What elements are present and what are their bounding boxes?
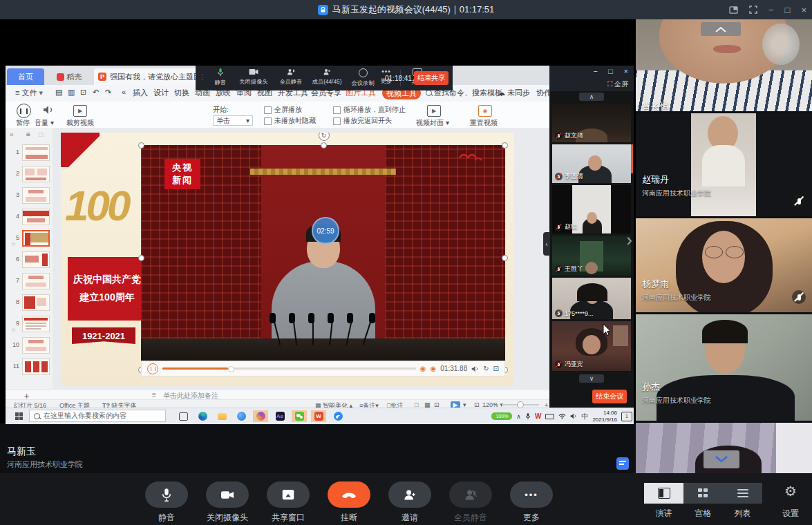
slide-thumb-3[interactable]: 3 — [6, 186, 53, 207]
ime-indicator[interactable]: 中 — [581, 412, 588, 421]
tray-battery-icon[interactable] — [545, 414, 554, 419]
strip-participant-tile[interactable]: 赵文琦 — [552, 104, 631, 142]
overlay-camera-button[interactable]: 关闭摄像头 — [236, 68, 272, 86]
outline-view-icon[interactable]: ≡ — [26, 131, 30, 138]
opt-loop-checkbox[interactable]: 循环播放，直到停止 — [333, 105, 406, 115]
trim-video-button[interactable]: 裁剪视频 — [59, 118, 101, 128]
strip-expand-button[interactable]: ∨ — [579, 374, 604, 383]
save-icon[interactable]: ▤ — [55, 88, 62, 97]
tray-wifi-icon[interactable] — [558, 413, 566, 419]
share-minimize-icon[interactable]: − — [594, 67, 598, 75]
slide-view-icon[interactable]: □ — [39, 131, 43, 138]
opt-hide-checkbox[interactable]: 未播放时隐藏 — [264, 116, 316, 126]
overlay-mute-all-button[interactable]: 全员静音 — [273, 68, 309, 86]
resize-handle[interactable] — [502, 255, 508, 261]
end-share-button[interactable]: 结束共享 — [414, 71, 449, 85]
dingtalk-taskbar-icon[interactable] — [330, 410, 346, 422]
tray-w-icon[interactable]: W — [535, 412, 541, 420]
share-window-button[interactable]: 共享窗口 — [258, 481, 319, 524]
collapse-tabs-icon[interactable]: « — [122, 88, 126, 96]
notification-center-icon[interactable]: 1 — [621, 412, 632, 421]
player-progress-bar[interactable] — [162, 368, 416, 370]
ribbon-tab-design[interactable]: 设计 — [153, 88, 169, 98]
minimize-button[interactable]: − — [768, 5, 774, 15]
taskbar-search-input[interactable]: 在这里输入你要搜索的内容 — [29, 410, 166, 422]
sidebar-video-tile[interactable]: 杨梦雨 河南应用技术职业学院 — [636, 218, 812, 312]
preview-icon[interactable]: ⊡ — [80, 88, 86, 97]
settings-button[interactable]: ⚙ — [777, 483, 804, 499]
sync-status[interactable]: ☁ 未同步 — [498, 88, 530, 98]
slide-video-object[interactable]: 央视新闻 02:59 ↻ ◉ ◉ 01:31.88 ↻ — [141, 145, 505, 370]
next-frame-icon[interactable]: ◉ — [431, 365, 437, 372]
sidebar-video-tile[interactable]: 孙杰 河南应用技术职业学院 — [636, 314, 812, 421]
close-button[interactable]: × — [801, 5, 806, 15]
strip-participant-tile[interactable]: 175****9... — [552, 278, 631, 319]
slide-canvas[interactable]: 100 庆祝中国共产党 建立100周年 1921-2021 — [61, 133, 514, 385]
slide-thumb-7[interactable]: 7 — [6, 271, 53, 293]
prev-frame-icon[interactable]: ◉ — [420, 365, 426, 372]
slide-thumb-10[interactable]: 10 — [6, 336, 53, 357]
chat-icon[interactable] — [616, 457, 629, 470]
share-restore-icon[interactable]: □ — [608, 67, 613, 75]
pause-video-button[interactable] — [17, 104, 31, 118]
slide-thumb-5-selected[interactable]: 5☆ — [6, 229, 53, 250]
volume-icon[interactable] — [43, 105, 54, 115]
tray-expand-icon[interactable]: ∧ — [516, 413, 521, 420]
strip-participant-tile[interactable]: 赵聪 — [552, 185, 631, 233]
slide-thumb-11[interactable]: 11 — [6, 357, 53, 379]
view-speaker-button[interactable] — [644, 483, 683, 504]
file-menu[interactable]: ≡ 文件 ▾ — [15, 88, 43, 98]
edge-browser-icon[interactable] — [195, 410, 210, 422]
slide-thumb-6[interactable]: 6 — [6, 250, 53, 271]
slide-thumb-8[interactable]: 8 — [6, 293, 53, 314]
overlay-mute-button[interactable]: 静音 — [202, 68, 238, 87]
sidebar-scroll-up-button[interactable] — [701, 22, 741, 36]
camera-off-button[interactable]: 关闭摄像头 — [197, 481, 258, 524]
slide-thumb-1[interactable]: 1 — [6, 143, 53, 164]
player-fullscreen-icon[interactable]: ⊡ — [493, 365, 499, 372]
wechat-icon[interactable] — [292, 410, 307, 422]
slide-thumb-2[interactable]: 2 — [6, 164, 53, 186]
resize-handle[interactable] — [502, 142, 508, 149]
mini-window-icon[interactable] — [729, 6, 738, 14]
wps-icon[interactable]: W — [311, 410, 326, 422]
hangup-button[interactable]: 挂断 — [319, 481, 379, 524]
rotate-handle[interactable]: ↻ — [319, 133, 330, 141]
collapse-panel-icon[interactable]: » — [10, 131, 14, 138]
wps-tab-home[interactable]: 首页 — [7, 68, 44, 85]
redo-icon[interactable]: ↷ — [105, 88, 111, 97]
taskbar-clock[interactable]: 14:062021/9/16 — [592, 410, 617, 422]
strip-scrollbar[interactable] — [631, 144, 633, 173]
tray-volume-icon[interactable] — [570, 413, 577, 419]
windows-start-button[interactable] — [15, 412, 23, 420]
strip-participant-tile[interactable]: 王胜丫 — [552, 236, 631, 276]
media-app-icon[interactable] — [253, 410, 268, 422]
sidebar-scroll-down-button[interactable] — [704, 450, 739, 468]
view-grid-button[interactable] — [683, 483, 723, 504]
strip-collapse-button[interactable]: ∧ — [579, 93, 604, 101]
ribbon-tab-insert[interactable]: 插入 — [133, 88, 148, 98]
slide-thumb-9[interactable]: 9☆ — [6, 314, 53, 336]
strip-participant-tile[interactable]: 冯亚宾 — [552, 321, 631, 371]
sidebar-video-tile[interactable]: 肖长恒 — [636, 19, 812, 111]
overlay-members-button[interactable]: 成员(44/45) — [309, 68, 345, 86]
reset-video-button[interactable]: 重置视频 — [463, 118, 504, 128]
sidebar-video-tile[interactable]: 赵瑞丹 河南应用技术职业学院 — [636, 113, 812, 216]
task-view-icon[interactable] — [176, 410, 191, 422]
slide-thumb-4[interactable]: 4 — [6, 207, 53, 229]
wps-tab-docer[interactable]: 稻壳 — [47, 68, 91, 85]
player-volume-icon[interactable] — [471, 365, 479, 372]
maximize-button[interactable]: □ — [785, 5, 791, 15]
video-cover-button[interactable]: 视频封面 ▾ — [412, 118, 453, 128]
resize-handle[interactable] — [138, 142, 144, 149]
fullscreen-icon[interactable] — [749, 6, 757, 14]
sidebar-video-tile[interactable] — [636, 423, 812, 473]
browser-icon[interactable] — [234, 410, 249, 422]
share-close-icon[interactable]: × — [624, 67, 628, 75]
view-list-button[interactable] — [723, 483, 762, 504]
share-fullscreen-button[interactable]: ⛶ 全屏 — [607, 79, 628, 89]
strip-next-arrow[interactable]: › — [626, 229, 632, 251]
ribbon-tab-transition[interactable]: 切换 — [174, 88, 189, 98]
start-mode-select[interactable]: 单击▾ — [213, 115, 253, 126]
end-meeting-button[interactable]: 结束会议 — [592, 390, 627, 403]
